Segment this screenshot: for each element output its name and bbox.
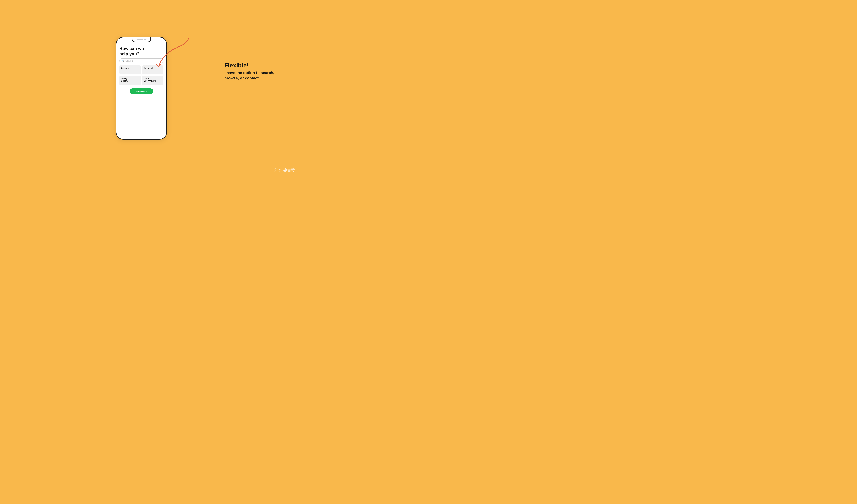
camera-icon (145, 39, 146, 40)
category-payment[interactable]: Payment (142, 65, 164, 74)
callout-text-block: Flexible! I have the option to search, b… (224, 62, 274, 81)
search-bar[interactable]: 🔍 Search (119, 58, 164, 63)
phone-notch (132, 37, 151, 42)
watermark: 知乎 @雪诗 (274, 168, 295, 173)
contact-button[interactable]: CONTACT (130, 88, 153, 94)
speaker-icon (137, 39, 143, 40)
callout-body: I have the option to search, browse, or … (224, 70, 274, 81)
screen-title: How can we help you? (119, 46, 164, 56)
callout-title: Flexible! (224, 62, 274, 69)
category-using-spotify[interactable]: Using Spotify (119, 75, 141, 85)
category-listen-everywhere[interactable]: Listen Everywhere (142, 75, 164, 85)
category-grid: Account Payment Using Spotify Listen Eve… (119, 65, 164, 85)
category-account[interactable]: Account (119, 65, 141, 74)
search-icon: 🔍 (122, 60, 124, 62)
search-placeholder: Search (125, 59, 133, 62)
power-button (167, 61, 167, 70)
scene: How can we help you? 🔍 Search Account Pa… (0, 0, 300, 176)
phone-mockup: How can we help you? 🔍 Search Account Pa… (116, 37, 167, 140)
volume-up-button (116, 57, 116, 63)
volume-down-button (116, 65, 116, 71)
phone-screen: How can we help you? 🔍 Search Account Pa… (116, 37, 167, 139)
